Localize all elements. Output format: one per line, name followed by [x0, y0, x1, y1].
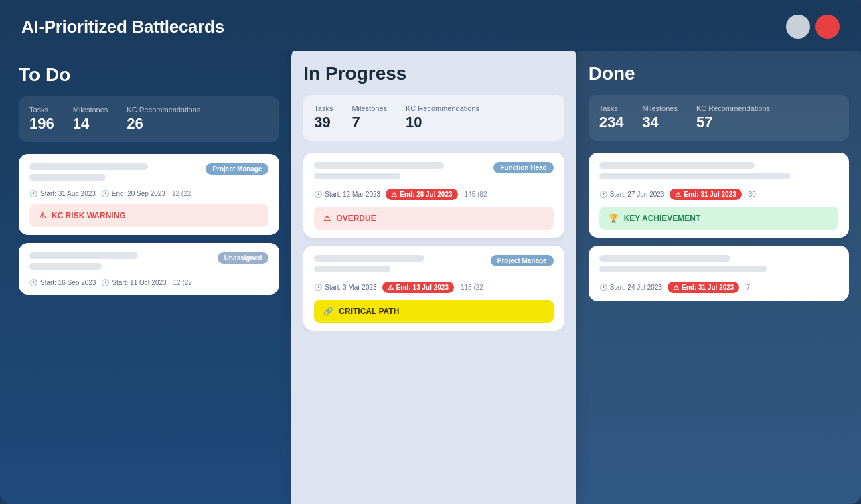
todo-cards-list: Project Manage 🕐 Start: 31 Aug 2023 🕐 En…	[19, 154, 279, 295]
clock-icon: 🕐	[599, 284, 607, 291]
award-icon: 🏆	[609, 214, 619, 223]
done-card-2[interactable]: 🕐 Start: 24 Jul 2023 ⚠ End: 31 Jul 2023 …	[589, 246, 849, 301]
count-tag: 118 (22	[461, 284, 483, 291]
todo-card-1-top: Project Manage	[29, 163, 268, 185]
inprogress-card-2-top: Project Manage	[314, 255, 553, 276]
inprogress-card-1[interactable]: Function Head 🕐 Start: 12 Mar 2023 ⚠ End…	[303, 153, 564, 238]
todo-stats: Tasks 196 Milestones 14 KC Recommendatio…	[19, 96, 279, 142]
alert-icon: ⚠	[323, 214, 331, 223]
card-line	[599, 266, 767, 272]
inprogress-card-1-badge: Function Head	[493, 162, 553, 173]
inprogress-kc-label: KC Recommendations	[406, 104, 479, 112]
overdue-text: OVERDUE	[336, 214, 376, 223]
card-line	[29, 163, 148, 170]
todo-milestones-stat: Milestones 14	[73, 106, 108, 133]
alert-icon: ⚠	[391, 191, 397, 198]
done-card-1[interactable]: 🕐 Start: 27 Jun 2023 ⚠ End: 31 Jul 2023 …	[589, 153, 849, 238]
todo-kc-label: KC Recommendations	[127, 106, 200, 114]
clock-icon: 🕐	[314, 191, 322, 198]
card-line	[314, 266, 390, 272]
inprogress-tasks-value: 39	[314, 114, 333, 131]
inprogress-milestones-value: 7	[351, 114, 387, 131]
inprogress-card-2-footer: 🕐 Start: 3 Mar 2023 ⚠ End: 13 Jul 2023 1…	[314, 282, 553, 293]
end-date-tag: 🕐 End: 20 Sep 2023	[101, 190, 165, 197]
todo-tasks-label: Tasks	[29, 106, 54, 114]
clock-icon: 🕐	[29, 190, 37, 197]
inprogress-milestones-label: Milestones	[351, 104, 387, 112]
todo-card-2-footer: 🕐 Start: 16 Sep 2023 🕐 Start: 11 Oct 202…	[29, 279, 268, 286]
todo-card-1-lines	[29, 163, 199, 185]
end-date-tag: 🕐 Start: 11 Oct 2023	[101, 279, 166, 286]
done-tasks-label: Tasks	[599, 104, 624, 112]
inprogress-tasks-label: Tasks	[314, 104, 333, 112]
card-line	[599, 255, 731, 262]
inprogress-card-1-top: Function Head	[314, 162, 553, 183]
done-milestones-stat: Milestones 34	[642, 104, 678, 131]
column-todo: To Do Tasks 196 Milestones 14 KC Recomme…	[0, 51, 291, 504]
count-tag: 7	[746, 284, 750, 291]
column-inprogress: In Progress Tasks 39 Milestones 7 KC Rec…	[291, 51, 576, 504]
todo-milestones-label: Milestones	[73, 106, 108, 114]
start-date-tag: 🕐 Start: 12 Mar 2023	[314, 191, 380, 198]
done-tasks-stat: Tasks 234	[599, 104, 624, 131]
card-line	[29, 174, 106, 181]
inprogress-card-1-lines	[314, 162, 487, 183]
page-title: AI-Prioritized Battlecards	[21, 17, 224, 37]
todo-card-1[interactable]: Project Manage 🕐 Start: 31 Aug 2023 🕐 En…	[19, 154, 279, 235]
achievement-text: KEY ACHIEVEMENT	[624, 214, 701, 223]
card-line	[29, 252, 138, 259]
done-stats: Tasks 234 Milestones 34 KC Recommendatio…	[589, 95, 849, 141]
inprogress-title: In Progress	[303, 63, 564, 84]
todo-milestones-value: 14	[73, 115, 108, 133]
clock-icon: 🕐	[599, 191, 607, 198]
done-milestones-label: Milestones	[642, 104, 678, 112]
count-tag: 12 (22	[173, 279, 192, 286]
avatar-grey[interactable]	[786, 15, 810, 39]
alert-icon: ⚠	[673, 284, 679, 291]
count-tag: 30	[749, 191, 756, 198]
inprogress-card-1-footer: 🕐 Start: 12 Mar 2023 ⚠ End: 28 Jul 2023 …	[314, 189, 553, 200]
done-tasks-value: 234	[599, 114, 624, 131]
card-line	[599, 162, 755, 169]
alert-icon: ⚠	[675, 191, 681, 198]
done-card-2-lines	[599, 255, 838, 276]
card-line	[314, 162, 443, 169]
achievement-banner[interactable]: 🏆 KEY ACHIEVEMENT	[599, 207, 838, 230]
todo-tasks-stat: Tasks 196	[29, 106, 54, 133]
avatar-red[interactable]	[815, 15, 840, 39]
todo-card-2-top: Unassigned	[29, 252, 268, 274]
header: AI-Prioritized Battlecards	[0, 0, 861, 51]
alert-icon: ⚠	[388, 284, 394, 291]
overdue-banner[interactable]: ⚠ OVERDUE	[314, 207, 553, 230]
end-date-tag-overdue: ⚠ End: 31 Jul 2023	[670, 189, 741, 200]
alert-icon: ⚠	[39, 211, 46, 220]
card-line	[314, 255, 424, 262]
done-kc-stat: KC Recommendations 57	[696, 104, 770, 131]
link-icon: 🔗	[323, 307, 333, 316]
todo-card-1-footer: 🕐 Start: 31 Aug 2023 🕐 End: 20 Sep 2023 …	[29, 190, 268, 197]
avatar-group	[786, 15, 840, 39]
risk-warning-banner[interactable]: ⚠ KC RISK WARNING	[29, 204, 268, 227]
todo-kc-value: 26	[127, 115, 200, 133]
done-card-2-top	[599, 255, 838, 276]
start-date-tag: 🕐 Start: 27 Jun 2023	[599, 191, 665, 198]
start-date-tag: 🕐 Start: 31 Aug 2023	[29, 190, 96, 197]
done-card-1-footer: 🕐 Start: 27 Jun 2023 ⚠ End: 31 Jul 2023 …	[599, 189, 838, 200]
done-milestones-value: 34	[642, 114, 678, 131]
clock-icon: 🕐	[29, 279, 37, 286]
todo-card-2-badge: Unassigned	[218, 252, 269, 264]
todo-card-2[interactable]: Unassigned 🕐 Start: 16 Sep 2023 🕐 Start:…	[19, 243, 279, 295]
start-date-tag: 🕐 Start: 24 Jul 2023	[599, 284, 662, 291]
critical-path-banner[interactable]: 🔗 CRITICAL PATH	[314, 300, 553, 323]
inprogress-card-2[interactable]: Project Manage 🕐 Start: 3 Mar 2023 ⚠ End…	[303, 246, 564, 331]
todo-tasks-value: 196	[29, 115, 54, 133]
start-date-tag: 🕐 Start: 16 Sep 2023	[29, 279, 96, 286]
end-date-tag-overdue: ⚠ End: 13 Jul 2023	[382, 282, 454, 293]
inprogress-stats: Tasks 39 Milestones 7 KC Recommendations…	[303, 95, 564, 141]
count-tag: 145 (82	[465, 191, 487, 198]
end-date-tag-overdue: ⚠ End: 28 Jul 2023	[386, 189, 457, 200]
end-date-tag-overdue: ⚠ End: 31 Jul 2023	[668, 282, 739, 293]
inprogress-card-2-lines	[314, 255, 483, 276]
inprogress-kc-value: 10	[406, 114, 479, 131]
inprogress-milestones-stat: Milestones 7	[351, 104, 387, 131]
